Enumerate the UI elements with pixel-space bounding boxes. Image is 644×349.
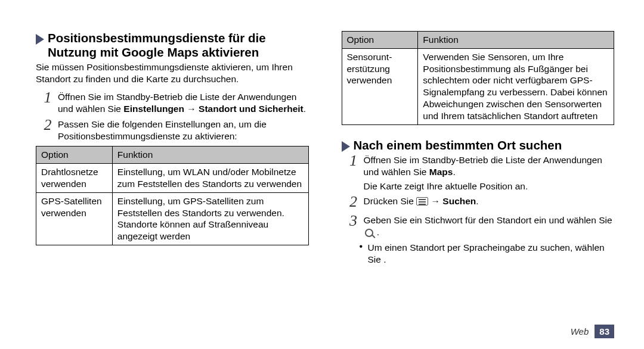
text: . (476, 196, 478, 206)
text: Drücken Sie (364, 196, 417, 206)
bold-text: Suchen (442, 196, 476, 206)
steps-list: 1 Öffnen Sie im Standby-Betrieb die List… (39, 91, 309, 142)
table-cell: Sensorunt­erstützung verwenden (342, 48, 418, 124)
sub-bullet: • Um einen Standort per Spracheingabe zu… (360, 242, 615, 266)
search-icon (365, 229, 373, 237)
section-heading: Positionsbestimmungsdienste für die Nutz… (36, 31, 309, 60)
step-number: 2 (345, 194, 362, 210)
step-number: 3 (345, 213, 362, 229)
page-footer: Web 83 (571, 325, 614, 338)
footer-section-label: Web (571, 326, 589, 337)
step-2: 2 Drücken Sie → Suchen. (345, 195, 615, 211)
bullet-dot: • (360, 242, 368, 266)
section-heading: Nach einem bestimmten Ort suchen (342, 138, 615, 152)
chevron-right-icon (36, 34, 44, 45)
step-2: 2 Passen Sie die folgenden Einstellungen… (39, 119, 309, 142)
bold-text: Maps (429, 167, 453, 177)
two-column-layout: Positionsbestimmungsdienste für die Nutz… (36, 31, 614, 266)
step-body: Geben Sie ein Stichwort für den Standort… (364, 214, 615, 238)
step-number: 2 (39, 117, 56, 133)
table-header: Option (36, 147, 113, 164)
step-1: 1 Öffnen Sie im Standby-Betrieb die List… (39, 91, 309, 115)
table-row: Drahtlosnetze verwenden Einstellung, um … (36, 164, 309, 193)
chevron-right-icon (342, 141, 350, 152)
table-cell: Einstellung, um WLAN und/oder Mobilnetze… (112, 164, 308, 193)
text: . (374, 227, 380, 237)
menu-icon (416, 197, 428, 205)
table-header-row: Option Funktion (342, 32, 614, 49)
step-1: 1 Öffnen Sie im Standby-Betrieb die List… (345, 154, 615, 192)
intro-paragraph: Sie müssen Positionsbestimmungsdienste a… (36, 61, 309, 85)
arrow-text: → (428, 196, 442, 206)
steps-list: 1 Öffnen Sie im Standby-Betrieb die List… (345, 154, 615, 238)
step-body: Drücken Sie → Suchen. (364, 195, 615, 207)
table-header-row: Option Funktion (36, 147, 309, 164)
text: Öffnen Sie im Standby-Betrieb die Liste … (364, 155, 602, 177)
table-header: Funktion (418, 32, 614, 49)
right-column: Option Funktion Sensorunt­erstützung ver… (342, 31, 615, 266)
table-row: GPS-Satelliten verwenden Einstellung, um… (36, 192, 309, 245)
table-header: Option (342, 32, 418, 49)
options-table-left: Option Funktion Drahtlosnetze verwenden … (36, 146, 309, 245)
options-table-right: Option Funktion Sensorunt­erstützung ver… (342, 31, 615, 125)
text: . (304, 104, 306, 114)
section-title: Positionsbestimmungsdienste für die Nutz… (48, 31, 309, 60)
section-title: Nach einem bestimmten Ort suchen (354, 138, 562, 152)
table-row: Sensorunt­erstützung verwenden Verwenden… (342, 48, 614, 124)
step-body: Passen Sie die folgenden Einstellungen a… (58, 119, 309, 142)
table-cell: GPS-Satelliten verwenden (36, 192, 113, 245)
page-number-badge: 83 (595, 325, 614, 338)
step-3: 3 Geben Sie ein Stichwort für den Stando… (345, 214, 615, 238)
table-cell: Einstellung, um GPS-Satelliten zum Fests… (112, 192, 308, 245)
table-cell: Drahtlosnetze verwenden (36, 164, 113, 193)
note-text: Die Karte zeigt Ihre aktuelle Position a… (364, 180, 615, 192)
step-number: 1 (345, 153, 362, 169)
step-body: Öffnen Sie im Standby-Betrieb die Liste … (58, 91, 309, 115)
bold-text: Einstellungen (123, 104, 184, 114)
table-cell: Verwenden Sie Sensoren, um Ihre Position… (418, 48, 614, 124)
left-column: Positionsbestimmungsdienste für die Nutz… (36, 31, 309, 266)
sub-bullet-text: Um einen Standort per Spracheingabe zu s… (368, 242, 615, 266)
text: Geben Sie ein Stichwort für den Standort… (364, 215, 612, 225)
arrow-text: → (184, 104, 199, 114)
text: . (453, 167, 455, 177)
step-body: Öffnen Sie im Standby-Betrieb die Liste … (364, 154, 615, 192)
bold-text: Standort und Sicherheit (199, 104, 304, 114)
table-header: Funktion (112, 147, 308, 164)
step-number: 1 (39, 90, 56, 105)
